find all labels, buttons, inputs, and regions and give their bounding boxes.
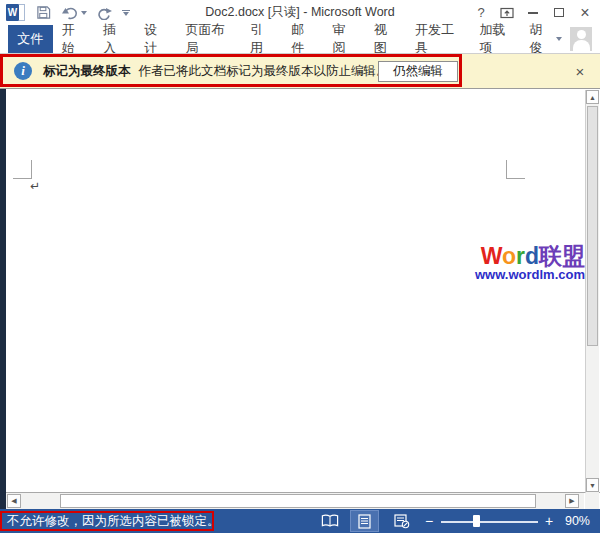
tab-home[interactable]: 开始 xyxy=(53,25,94,53)
web-page-icon xyxy=(394,514,410,529)
tab-developer[interactable]: 开发工具 xyxy=(406,25,471,53)
zoom-out-button[interactable]: − xyxy=(420,509,438,533)
cropmark-right-vertical xyxy=(506,160,507,179)
zoom-slider-track[interactable] xyxy=(441,521,538,523)
undo-dropdown-caret[interactable] xyxy=(81,11,87,15)
chevron-down-icon xyxy=(556,37,562,41)
horizontal-scrollbar-thumb[interactable] xyxy=(60,494,536,508)
undo-icon[interactable] xyxy=(61,3,87,23)
tab-addins[interactable]: 加载项 xyxy=(471,25,524,53)
zoom-in-button[interactable]: + xyxy=(540,509,558,533)
word-app-icon[interactable]: W xyxy=(6,4,26,21)
tab-design[interactable]: 设计 xyxy=(135,25,176,53)
save-icon[interactable] xyxy=(36,3,51,23)
close-button[interactable]: × xyxy=(572,0,598,25)
status-message: 不允许修改，因为所选内容已被锁定。 xyxy=(7,509,220,533)
watermark-logo-text: Word联盟 xyxy=(475,244,585,268)
message-bar-marked-as-final: i 标记为最终版本 作者已将此文档标记为最终版本以防止编辑。 仍然编辑 × xyxy=(0,53,600,89)
info-icon: i xyxy=(14,62,32,80)
document-canvas[interactable]: ↵ Word联盟 www.wordlm.com xyxy=(0,89,600,493)
customize-quick-access-icon[interactable] xyxy=(122,10,130,16)
vertical-scrollbar-thumb[interactable] xyxy=(587,106,598,346)
vertical-scrollbar[interactable]: ▲ ▼ xyxy=(585,90,599,493)
status-bar: 不允许修改，因为所选内容已被锁定。 − + 90% xyxy=(0,509,600,533)
scroll-up-icon[interactable]: ▲ xyxy=(586,90,599,104)
book-icon xyxy=(321,514,339,528)
cropmark-left-vertical xyxy=(31,160,32,179)
tab-review[interactable]: 审阅 xyxy=(323,25,364,53)
tab-insert[interactable]: 插入 xyxy=(94,25,135,53)
word-window: Doc2.docx [只读] - Microsoft Word W xyxy=(0,0,600,533)
print-layout-view-button[interactable] xyxy=(351,511,378,531)
tab-references[interactable]: 引用 xyxy=(241,25,282,53)
tab-page-layout[interactable]: 页面布局 xyxy=(176,25,241,53)
scrollbar-corner xyxy=(585,493,599,509)
user-avatar[interactable] xyxy=(570,27,591,51)
read-mode-view-button[interactable] xyxy=(316,511,343,531)
ribbon-tab-row: 文件 开始 插入 设计 页面布局 引用 邮件 审阅 视图 开发工具 加载项 胡俊 xyxy=(0,25,600,53)
web-layout-view-button[interactable] xyxy=(388,511,415,531)
account-menu[interactable]: 胡俊 xyxy=(523,25,568,53)
tab-file[interactable]: 文件 xyxy=(8,25,53,53)
scroll-down-icon[interactable]: ▼ xyxy=(586,478,599,492)
horizontal-scrollbar[interactable]: ◀ ▶ xyxy=(6,493,584,509)
page-icon xyxy=(358,514,371,529)
zoom-slider-handle[interactable] xyxy=(473,515,480,527)
edit-anyway-button[interactable]: 仍然编辑 xyxy=(378,61,458,82)
tab-view[interactable]: 视图 xyxy=(365,25,406,53)
redo-icon[interactable] xyxy=(97,3,112,23)
cropmark-right-horizontal xyxy=(506,178,525,179)
zoom-level[interactable]: 90% xyxy=(558,509,590,533)
scroll-left-icon[interactable]: ◀ xyxy=(7,494,21,508)
paragraph-mark: ↵ xyxy=(30,179,40,193)
watermark-url: www.wordlm.com xyxy=(475,268,585,282)
tab-mailings[interactable]: 邮件 xyxy=(282,25,323,53)
user-name: 胡俊 xyxy=(529,21,551,57)
message-bar-text: 作者已将此文档标记为最终版本以防止编辑。 xyxy=(139,63,389,80)
message-bar-close-icon[interactable]: × xyxy=(571,62,589,80)
scroll-right-icon[interactable]: ▶ xyxy=(565,494,579,508)
message-bar-title: 标记为最终版本 xyxy=(43,63,131,80)
wordlm-watermark: Word联盟 www.wordlm.com xyxy=(475,244,585,282)
desktop-background-strip xyxy=(0,89,6,509)
